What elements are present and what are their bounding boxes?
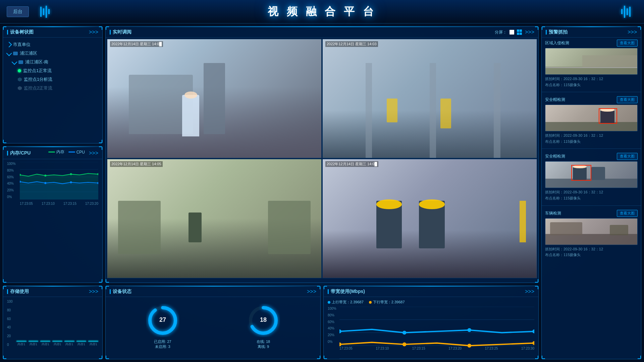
bandwidth-panel: 带宽使用(Mbps) >>> 上行带宽：2.39687 下行带宽：2.39687	[323, 286, 539, 359]
middle-bottom: 设备状态 >>> 27	[105, 286, 539, 359]
bar	[64, 341, 74, 342]
video-grid: 2022年12月14日 星期三 14:0█ 2	[106, 38, 538, 280]
split-4-icon[interactable]	[517, 29, 522, 35]
device-status-title: 设备状态	[110, 289, 131, 295]
y-label: 80%	[328, 313, 338, 317]
alert-vehicle-view-btn[interactable]: 查看大图	[617, 210, 638, 217]
tree-item-pujiang[interactable]: 浦江浦区	[7, 49, 98, 58]
video-cell-1[interactable]: 2022年12月14日 星期三 14:0█	[107, 39, 322, 158]
alert-helmet1-title: 安全帽检测 查看大图	[545, 96, 638, 103]
device-tree-title: 设备树状图	[7, 29, 34, 35]
detection-box-3	[571, 165, 591, 181]
alert-zone-view-btn[interactable]: 查看大图	[617, 40, 638, 47]
memory-cpu-title: 内存/CPU	[7, 150, 31, 156]
floor-3b	[545, 179, 637, 188]
machine-right	[268, 201, 311, 254]
svg-point-29	[402, 331, 407, 335]
donut-enabled-label: 已启用: 27 未启用: 3	[154, 339, 171, 349]
bar-group: 内存1	[52, 341, 62, 347]
alert-scene-1	[545, 48, 637, 74]
x-label: 17:23:15	[63, 202, 76, 205]
svg-text:18: 18	[260, 316, 267, 323]
y-label: 60%	[328, 320, 338, 324]
bar-chart-inner: 内存1 内存1 内存1 内存1	[16, 300, 98, 353]
alerts-panel: 预警抓拍 >>> 区域入侵检测 查看大图	[541, 26, 641, 359]
video-cell-3[interactable]: 2022年12月14日 星期三 14:05	[107, 159, 322, 278]
unused-label: 未启用: 3	[155, 345, 170, 349]
marker	[387, 99, 397, 122]
bar-label: 内存1	[17, 342, 25, 347]
device-status-more[interactable]: >>>	[307, 289, 316, 295]
left-panel: 设备树状图 >>> 市直单位 浦江浦区	[3, 26, 103, 359]
video-cell-4[interactable]: 2022年12月14日 星期三 14:0█	[322, 159, 537, 278]
bw-x-labels: 17:23:05 17:23:10 17:23:15 17:23:20 17:2…	[339, 347, 534, 350]
bar-group: 内存1	[76, 341, 87, 347]
alert-vehicle-image	[545, 218, 638, 245]
bandwidth-more[interactable]: >>>	[525, 289, 534, 295]
bw-y-labels: 100% 80% 60% 40% 20% 0%	[328, 307, 338, 344]
video-more[interactable]: >>>	[525, 29, 534, 35]
equipment-2	[610, 225, 628, 235]
tree-item-label: 浦江浦区-南	[25, 59, 48, 65]
hardhat-4b	[419, 199, 445, 209]
realtime-title: 实时调阅	[110, 29, 131, 35]
hardhat-4a	[376, 199, 402, 209]
y-label: 80	[7, 308, 13, 312]
donut-svg-online: 18	[247, 304, 280, 337]
chart-legend: 内存 CPU	[48, 149, 85, 155]
bar-group: 内存1	[40, 341, 50, 347]
folder-icon	[18, 60, 23, 64]
device-tree-header: 设备树状图 >>>	[3, 26, 102, 38]
alert-helmet1-view-btn[interactable]: 查看大图	[617, 96, 638, 103]
tree-item-camera1-analysis[interactable]: 监控点1分析流	[7, 75, 98, 84]
header: 后台 视 频 融 合 平 台	[0, 0, 644, 23]
bar	[29, 341, 39, 342]
bar	[16, 341, 26, 342]
shield-icon	[18, 77, 22, 81]
device-tree-more[interactable]: >>>	[89, 29, 98, 35]
content-area: 设备树状图 >>> 市直单位 浦江浦区	[0, 23, 644, 362]
railing	[520, 201, 526, 242]
video-timestamp-3: 2022年12月14日 星期三 14:05	[110, 161, 163, 167]
upload-label: 上行带宽：2.39687	[332, 300, 364, 305]
alert-zone-title: 区域入侵检测 查看大图	[545, 40, 638, 47]
cpu-legend-dot	[68, 152, 75, 153]
arrow-down-icon	[12, 59, 17, 65]
y-label: 0%	[328, 340, 338, 344]
y-label: 60	[7, 317, 13, 321]
alert-vehicle-label: 车辆检测	[545, 210, 561, 216]
donut-container: 27 已启用: 27 未启用: 3	[106, 297, 320, 356]
svg-point-30	[468, 328, 472, 332]
storage-chart: 100 80 60 40 20 0 内存1	[3, 297, 102, 356]
tree-item-pujiang-south[interactable]: 浦江浦区-南	[7, 58, 98, 66]
tree-item-shizhi[interactable]: 市直单位	[7, 40, 98, 49]
split-1-icon[interactable]	[509, 30, 514, 35]
x-label: 17:23:15	[412, 347, 425, 350]
tree-item-label: 市直单位	[13, 42, 31, 48]
alert-helmet2-view-btn[interactable]: 查看大图	[617, 153, 638, 160]
back-button[interactable]: 后台	[7, 6, 29, 17]
storage-more[interactable]: >>>	[89, 289, 98, 295]
chart-y-labels: 100% 80% 60% 40% 20% 0%	[7, 162, 19, 199]
bar-y-labels: 100 80 60 40 20 0	[7, 300, 13, 347]
device-tree-panel: 设备树状图 >>> 市直单位 浦江浦区	[3, 26, 103, 143]
floor-2	[545, 122, 637, 131]
y-label: 40%	[328, 326, 338, 330]
memory-cpu-more[interactable]: >>>	[89, 150, 98, 156]
worker-head	[184, 92, 197, 99]
bar-label: 内存1	[30, 342, 37, 347]
bar-label: 内存1	[77, 342, 85, 347]
fence	[545, 67, 637, 68]
alert-helmet1-label: 安全帽检测	[545, 97, 565, 103]
tree-item-camera2-normal[interactable]: 监控点2正常流	[7, 84, 98, 93]
alerts-more[interactable]: >>>	[628, 29, 637, 35]
video-cell-2[interactable]: 2022年12月14日 星期三 14:03	[322, 39, 537, 158]
alert-helmet-2: 安全帽检测 查看大图	[542, 151, 641, 203]
bar-label: 内存1	[65, 342, 73, 347]
video-header: 实时调阅 分屏： >>>	[106, 26, 538, 38]
device-status-panel: 设备状态 >>> 27	[105, 286, 321, 359]
y-label: 0%	[7, 195, 19, 199]
memory-cpu-header: 内存/CPU 内存 CPU >>>	[3, 146, 102, 159]
bar-group: 内存1	[16, 341, 26, 347]
tree-item-camera1-normal[interactable]: 监控点1正常流	[7, 66, 98, 75]
